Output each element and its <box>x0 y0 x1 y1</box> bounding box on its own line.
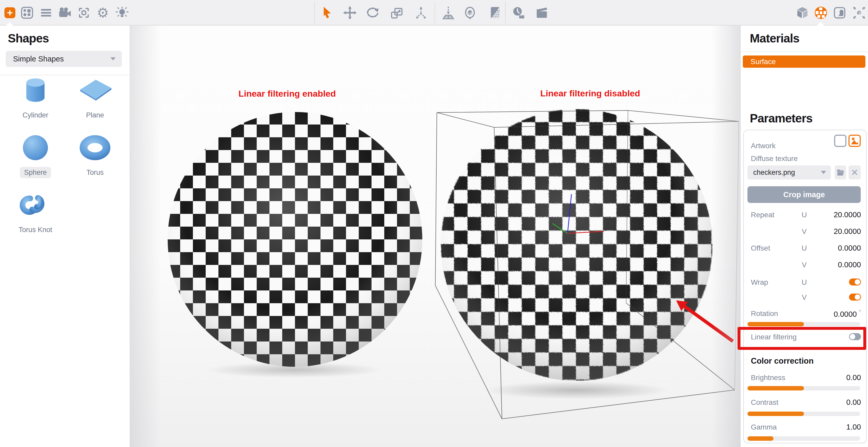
cylinder-icon <box>7 75 64 106</box>
application-window: { "app": { "accent_color": "#ee7108", "i… <box>0 0 868 447</box>
library-icon[interactable] <box>20 4 34 22</box>
rotation-label: Rotation <box>751 309 778 318</box>
contrast-row: Contrast 0.00 <box>751 395 861 410</box>
offset-u-value[interactable]: 0.0000 <box>838 244 861 252</box>
artwork-image-button[interactable] <box>848 135 861 147</box>
wrap-label: Wrap <box>751 278 768 287</box>
select-pointer-icon[interactable] <box>320 4 334 22</box>
gamma-label: Gamma <box>751 423 777 431</box>
repeat-v-value[interactable]: 20.0000 <box>834 227 861 236</box>
move-icon[interactable] <box>343 4 357 22</box>
materials-sphere-icon[interactable] <box>814 4 828 22</box>
axis-label: V <box>799 293 809 302</box>
settings-gear-icon[interactable]: ⚙ <box>96 4 110 22</box>
shape-item-sphere[interactable]: Sphere <box>7 132 64 178</box>
shape-item-cylinder[interactable]: Cylinder <box>7 75 64 121</box>
brightness-value[interactable]: 0.00 <box>846 373 861 382</box>
wrap-v-toggle[interactable] <box>849 294 861 301</box>
wrap-u-row: Wrap U <box>751 274 861 290</box>
linear-filtering-toggle[interactable] <box>849 333 861 340</box>
diffuse-texture-label: Diffuse texture <box>751 154 798 163</box>
animation-clapper-icon[interactable] <box>534 4 549 22</box>
offset-v-row: V 0.0000 <box>751 257 861 273</box>
axis-gizmo <box>553 194 604 233</box>
browse-texture-button[interactable] <box>835 166 846 179</box>
folder-icon <box>837 169 844 176</box>
shape-category-select[interactable]: Simple Shapes <box>6 51 122 67</box>
scene-cube-icon[interactable] <box>795 4 810 22</box>
shape-label: Torus <box>82 167 108 178</box>
axis-label: U <box>799 278 809 287</box>
shape-item-torus-knot[interactable]: Torus Knot <box>7 189 64 236</box>
repeat-u-value[interactable]: 20.0000 <box>834 210 861 219</box>
rotation-row: Rotation 0.0000 ° <box>751 306 861 322</box>
repeat-label: Repeat <box>751 211 774 219</box>
render-time-icon[interactable] <box>511 4 526 22</box>
torus-knot-icon <box>7 189 64 220</box>
explode-view-icon[interactable] <box>852 4 866 22</box>
distribute-icon[interactable] <box>414 4 428 22</box>
camera-icon[interactable] <box>58 4 72 22</box>
scale-icon[interactable] <box>390 4 404 22</box>
render-light-icon[interactable] <box>115 4 129 22</box>
gamma-slider[interactable] <box>747 436 860 441</box>
wrap-u-toggle[interactable] <box>849 278 861 286</box>
axis-label: V <box>799 228 809 236</box>
chevron-down-icon <box>821 171 826 174</box>
shape-item-plane[interactable]: Plane <box>66 75 124 121</box>
degree-unit: ° <box>859 309 861 315</box>
rotate-icon[interactable] <box>366 4 380 22</box>
shapes-panel-caret <box>5 22 14 26</box>
materials-panel-title: Materials <box>750 31 799 45</box>
material-item-label: Surface <box>751 58 776 66</box>
add-shape-button[interactable]: + <box>4 7 16 18</box>
material-item-surface[interactable]: Surface <box>743 56 865 68</box>
contrast-slider[interactable] <box>747 412 860 416</box>
linear-filtering-row: Linear filtering <box>751 329 861 345</box>
sphere-icon <box>7 132 64 163</box>
rotation-slider[interactable] <box>747 322 860 326</box>
contrast-label: Contrast <box>751 398 778 407</box>
parameters-title: Parameters <box>750 111 812 125</box>
repeat-v-row: V 20.0000 <box>751 224 861 239</box>
gamma-value[interactable]: 1.00 <box>846 423 861 431</box>
contrast-value[interactable]: 0.00 <box>846 398 861 407</box>
wrap-v-row: V <box>751 290 861 305</box>
parameters-group: Artwork Diffuse texture checkers.png ✕ C… <box>743 130 867 443</box>
shape-item-torus[interactable]: Torus <box>66 132 124 178</box>
annotation-linear-filtering-enabled: Linear filtering enabled <box>239 89 336 99</box>
plane-icon <box>66 75 124 106</box>
artwork-label: Artwork <box>751 142 776 150</box>
plus-icon: + <box>7 7 13 19</box>
shapes-panel: Shapes Simple Shapes Cylinder <box>0 26 130 447</box>
snap-vertex-icon[interactable] <box>463 4 477 22</box>
decals-panel-icon[interactable] <box>832 4 847 22</box>
toolbar-divider <box>505 2 505 24</box>
offset-u-row: Offset U 0.0000 <box>751 240 861 256</box>
torus-icon <box>66 132 124 163</box>
halftone-preview-icon[interactable] <box>488 4 502 22</box>
annotation-linear-filtering-disabled: Linear filtering disabled <box>540 88 640 98</box>
drop-to-floor-icon[interactable] <box>441 4 456 22</box>
shapes-panel-title: Shapes <box>8 31 49 45</box>
offset-v-value[interactable]: 0.0000 <box>838 261 861 269</box>
toolbar-divider <box>314 2 315 24</box>
sphere-linear-filtering-enabled <box>167 112 423 367</box>
scene-list-icon[interactable] <box>39 4 53 22</box>
axis-label: U <box>799 244 809 252</box>
clear-texture-button[interactable]: ✕ <box>848 166 861 179</box>
diffuse-texture-select[interactable]: checkers.png <box>747 166 831 179</box>
rotation-value[interactable]: 0.0000 ° <box>834 309 861 319</box>
repeat-u-row: Repeat U 20.0000 <box>751 207 861 223</box>
artwork-plain-button[interactable] <box>834 135 846 147</box>
color-correction-title: Color correction <box>751 356 814 366</box>
linear-filtering-label: Linear filtering <box>751 333 797 341</box>
crop-image-button[interactable]: Crop image <box>747 186 861 203</box>
viewport-canvas[interactable]: Linear filtering enabled Linear filterin… <box>130 26 740 447</box>
brightness-slider[interactable] <box>747 386 860 390</box>
close-icon: ✕ <box>851 167 858 178</box>
red-annotation-arrow <box>676 300 733 341</box>
shape-label: Plane <box>82 110 108 121</box>
focus-view-icon[interactable] <box>76 4 91 22</box>
brightness-label: Brightness <box>751 374 785 382</box>
